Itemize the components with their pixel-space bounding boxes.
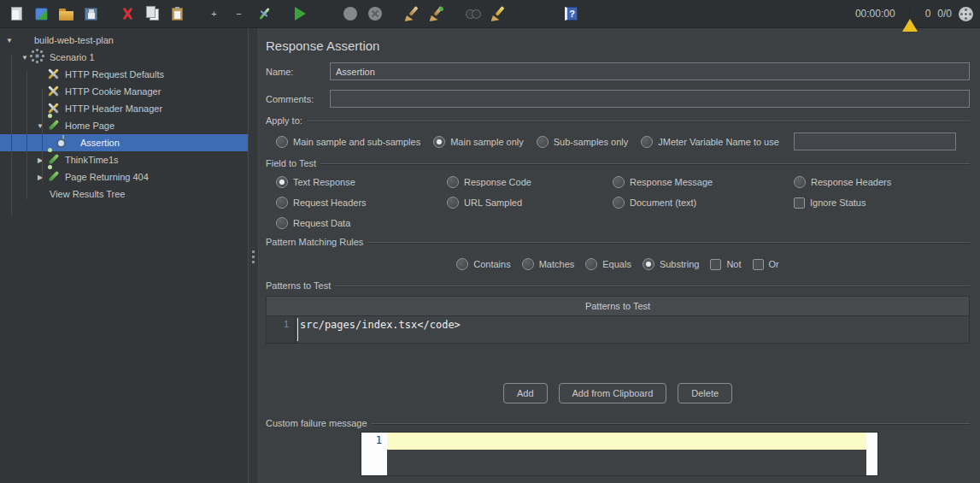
save-icon[interactable] bbox=[81, 4, 101, 24]
comments-input[interactable] bbox=[330, 90, 970, 108]
option-label: Or bbox=[769, 259, 779, 269]
start-icon[interactable] bbox=[290, 4, 310, 24]
toolbar: +−? 00:00:00 ! 0 0/0 bbox=[0, 0, 980, 28]
radio-url-sampled[interactable] bbox=[447, 197, 459, 209]
tree-expanded-arrow-icon[interactable]: ▼ bbox=[34, 122, 46, 130]
thread-counts: 0/0 bbox=[937, 8, 952, 20]
shutdown-icon[interactable] bbox=[365, 4, 384, 24]
page-title: Response Assertion bbox=[266, 28, 970, 53]
radio-document-text[interactable] bbox=[613, 197, 625, 209]
tree-item-view-results-tree[interactable]: View Results Tree bbox=[0, 186, 248, 203]
toolbar-separator bbox=[513, 4, 519, 23]
option-label: Ignore Status bbox=[810, 197, 866, 208]
response-assertion-panel: Response Assertion Name: Comments: Apply… bbox=[259, 28, 980, 483]
delete-button[interactable]: Delete bbox=[678, 383, 732, 403]
radio-substring[interactable] bbox=[643, 258, 654, 270]
option-label: Response Code bbox=[464, 177, 531, 187]
warning-count: 0 bbox=[925, 8, 931, 20]
radio-matches[interactable] bbox=[522, 258, 534, 270]
tree-sampler-icon bbox=[46, 119, 61, 133]
tree-collapsed-arrow-icon[interactable]: ▶ bbox=[34, 174, 46, 181]
tree-item-page-returning-404[interactable]: ▶Page Returning 404 bbox=[0, 168, 248, 186]
tree-item-thinktime1s[interactable]: ▶ThinkTime1s bbox=[0, 151, 248, 168]
failure-message-editor[interactable]: 1 bbox=[361, 433, 877, 475]
option-sub-samples-only: Sub-samples only bbox=[537, 136, 628, 148]
option-label: Text Response bbox=[293, 177, 355, 187]
checkbox-not[interactable] bbox=[710, 259, 721, 270]
paste-icon[interactable] bbox=[167, 4, 187, 24]
tree-item-home-page[interactable]: ▼Home Page bbox=[0, 117, 248, 134]
option-main-sample-and-sub-samples: Main sample and sub-samples bbox=[276, 136, 420, 148]
search-icon[interactable] bbox=[463, 4, 483, 24]
tree-main-splitter[interactable] bbox=[248, 28, 259, 483]
tree-item-build-web-test-plan[interactable]: ▼build-web-test-plan bbox=[0, 32, 248, 49]
option-label: Equals bbox=[602, 259, 631, 269]
cut-icon[interactable] bbox=[118, 4, 138, 24]
editor-scrollbar[interactable] bbox=[866, 433, 877, 475]
tree-collapsed-arrow-icon[interactable]: ▶ bbox=[34, 156, 46, 164]
help-icon[interactable]: ? bbox=[561, 4, 581, 24]
radio-response-headers[interactable] bbox=[794, 176, 806, 188]
option-label: JMeter Variable Name to use bbox=[658, 137, 779, 147]
pattern-cell[interactable]: src/pages/index.tsx</code> bbox=[296, 316, 969, 343]
tree-guide-line bbox=[26, 71, 27, 199]
toolbar-separator bbox=[279, 4, 285, 23]
option-or: Or bbox=[753, 259, 779, 270]
start-no-pauses-icon[interactable] bbox=[315, 4, 335, 24]
toolbar-status: 00:00:00 ! 0 0/0 bbox=[855, 7, 973, 21]
pattern-matching-legend: Pattern Matching Rules bbox=[266, 237, 970, 247]
collapse-all-icon[interactable]: − bbox=[229, 4, 249, 24]
jmeter-variable-name-input[interactable] bbox=[794, 133, 956, 150]
expand-all-icon[interactable]: + bbox=[204, 4, 224, 24]
search-reset-icon[interactable] bbox=[488, 4, 508, 24]
copy-icon[interactable] bbox=[143, 4, 162, 24]
tree-expanded-arrow-icon[interactable]: ▼ bbox=[19, 54, 31, 62]
apply-to-options: Main sample and sub-samplesMain sample o… bbox=[266, 133, 970, 150]
toolbar-separator bbox=[390, 4, 396, 23]
tree-expanded-arrow-icon[interactable]: ▼ bbox=[3, 37, 15, 44]
new-icon[interactable] bbox=[7, 4, 26, 24]
option-response-headers: Response Headers bbox=[794, 176, 970, 188]
radio-response-message[interactable] bbox=[613, 176, 625, 188]
warning-icon[interactable]: ! bbox=[902, 7, 918, 21]
tree-item-scenario-1[interactable]: ▼Scenario 1 bbox=[0, 49, 248, 66]
tree-item-label: HTTP Request Defaults bbox=[65, 69, 164, 80]
tree-item-http-header-manager[interactable]: HTTP Header Manager bbox=[0, 100, 248, 117]
clear-icon[interactable] bbox=[402, 4, 421, 24]
pattern-row[interactable]: 1src/pages/index.tsx</code> bbox=[266, 316, 970, 344]
radio-main-sample-only[interactable] bbox=[433, 136, 445, 148]
tree-sampler-icon bbox=[46, 170, 61, 184]
radio-request-data[interactable] bbox=[276, 217, 288, 229]
option-text-response: Text Response bbox=[276, 176, 447, 188]
option-contains: Contains bbox=[456, 258, 510, 270]
stop-icon[interactable] bbox=[340, 4, 360, 24]
radio-response-code[interactable] bbox=[447, 176, 459, 188]
radio-jmeter-variable-name-to-use[interactable] bbox=[641, 136, 653, 148]
radio-request-headers[interactable] bbox=[276, 197, 288, 209]
editor-text-area[interactable] bbox=[387, 433, 866, 475]
checkbox-ignore-status[interactable] bbox=[794, 197, 805, 209]
radio-equals[interactable] bbox=[585, 258, 597, 270]
templates-icon[interactable] bbox=[32, 4, 51, 24]
tree-item-http-request-defaults[interactable]: HTTP Request Defaults bbox=[0, 66, 248, 83]
open-icon[interactable] bbox=[56, 4, 76, 24]
radio-main-sample-and-sub-samples[interactable] bbox=[276, 136, 288, 148]
option-label: Document (text) bbox=[630, 197, 696, 208]
toggle-icon[interactable] bbox=[254, 4, 273, 24]
add-button[interactable]: Add bbox=[503, 383, 548, 403]
radio-text-response[interactable] bbox=[276, 176, 288, 188]
clear-all-icon[interactable] bbox=[426, 4, 446, 24]
add-from-clipboard-button[interactable]: Add from Clipboard bbox=[559, 383, 667, 403]
option-label: Contains bbox=[473, 259, 510, 269]
option-label: Request Data bbox=[293, 218, 350, 228]
radio-sub-samples-only[interactable] bbox=[537, 136, 549, 148]
radio-contains[interactable] bbox=[456, 258, 468, 270]
editor-line-number: 1 bbox=[361, 433, 387, 475]
checkbox-or[interactable] bbox=[753, 259, 764, 270]
function-helper-icon[interactable] bbox=[525, 4, 544, 24]
tree-item-assertion[interactable]: Assertion bbox=[0, 134, 248, 151]
field-to-test-options: Text ResponseResponse CodeResponse Messa… bbox=[266, 176, 970, 229]
name-input[interactable] bbox=[330, 62, 970, 80]
tree-item-http-cookie-manager[interactable]: HTTP Cookie Manager bbox=[0, 83, 248, 100]
tree-item-label: HTTP Cookie Manager bbox=[65, 86, 161, 97]
